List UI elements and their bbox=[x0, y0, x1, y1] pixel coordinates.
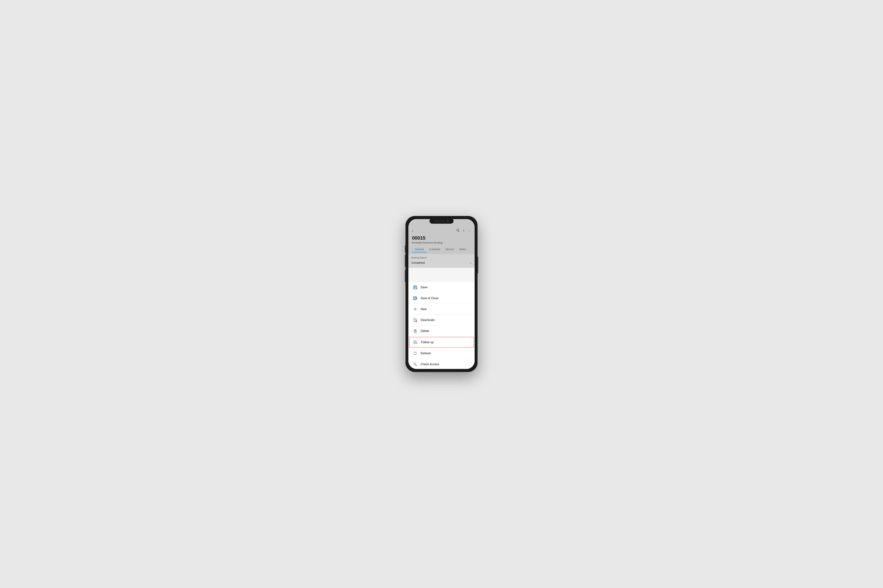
refresh-label: Refresh bbox=[421, 352, 431, 355]
menu-item-delete[interactable]: Delete bbox=[408, 326, 475, 336]
phone-screen: ‹ + ⋮ 00015 Bookable Resource Booking Ge… bbox=[408, 219, 475, 369]
phone-notch bbox=[429, 218, 454, 224]
mute-button bbox=[405, 246, 406, 252]
tab-customer[interactable]: Customer bbox=[427, 246, 443, 252]
booking-status-value: Completed bbox=[411, 261, 425, 264]
menu-item-save[interactable]: Save bbox=[408, 282, 475, 293]
svg-line-1 bbox=[459, 231, 459, 232]
tabs-bar: General Customer Service Notes bbox=[412, 246, 471, 252]
menu-item-deactivate[interactable]: Deactivate bbox=[408, 315, 475, 326]
save-icon bbox=[413, 285, 418, 290]
svg-rect-5 bbox=[415, 286, 415, 287]
context-menu: Save Save & Close bbox=[408, 282, 475, 369]
svg-rect-22 bbox=[414, 330, 416, 333]
required-indicator: * bbox=[426, 256, 427, 259]
menu-item-save-close[interactable]: Save & Close bbox=[408, 293, 475, 304]
new-label: New bbox=[421, 308, 427, 311]
back-button[interactable]: ‹ bbox=[412, 229, 413, 233]
screen-header: ‹ + ⋮ 00015 Bookable Resource Booking Ge… bbox=[408, 219, 475, 254]
follow-up-icon bbox=[413, 340, 418, 345]
check-access-icon bbox=[413, 362, 418, 367]
svg-rect-8 bbox=[414, 298, 416, 300]
booking-status-field[interactable]: Completed ⌄ bbox=[411, 260, 472, 266]
check-access-label: Check Access bbox=[421, 363, 439, 366]
menu-item-refresh[interactable]: Refresh bbox=[408, 348, 475, 359]
form-section: Booking Status* Completed ⌄ bbox=[408, 254, 475, 268]
deactivate-icon bbox=[413, 318, 418, 322]
header-nav: ‹ + ⋮ bbox=[412, 229, 471, 233]
front-camera bbox=[447, 220, 449, 222]
volume-down-button bbox=[405, 270, 406, 282]
power-button bbox=[477, 256, 478, 273]
volume-up-button bbox=[405, 255, 406, 267]
save-close-label: Save & Close bbox=[421, 297, 439, 300]
record-subtitle: Bookable Resource Booking bbox=[412, 241, 471, 244]
new-icon bbox=[413, 307, 418, 312]
save-close-icon bbox=[413, 296, 418, 301]
booking-status-label: Booking Status* bbox=[411, 256, 472, 259]
delete-icon bbox=[413, 328, 418, 333]
svg-rect-7 bbox=[414, 297, 416, 298]
save-label: Save bbox=[421, 286, 427, 289]
header-actions: + ⋮ bbox=[456, 229, 471, 233]
search-icon[interactable] bbox=[456, 229, 460, 233]
more-options-icon[interactable]: ⋮ bbox=[468, 229, 471, 233]
add-icon[interactable]: + bbox=[463, 229, 465, 233]
menu-item-check-access[interactable]: Check Access bbox=[408, 359, 475, 369]
tab-general[interactable]: General bbox=[412, 246, 427, 252]
svg-rect-4 bbox=[414, 288, 417, 289]
svg-rect-3 bbox=[414, 286, 416, 287]
refresh-icon bbox=[413, 351, 418, 356]
menu-item-new[interactable]: New bbox=[408, 304, 475, 315]
phone-frame: ‹ + ⋮ 00015 Bookable Resource Booking Ge… bbox=[405, 216, 478, 372]
record-id: 00015 bbox=[412, 235, 471, 241]
delete-label: Delete bbox=[421, 329, 429, 333]
tab-service[interactable]: Service bbox=[443, 246, 457, 252]
dropdown-arrow-icon: ⌄ bbox=[469, 261, 472, 264]
follow-up-label: Follow up bbox=[421, 340, 433, 344]
speaker bbox=[434, 220, 445, 222]
tab-notes[interactable]: Notes bbox=[457, 246, 469, 252]
deactivate-label: Deactivate bbox=[421, 318, 435, 322]
menu-item-follow-up[interactable]: Follow up bbox=[409, 337, 474, 348]
